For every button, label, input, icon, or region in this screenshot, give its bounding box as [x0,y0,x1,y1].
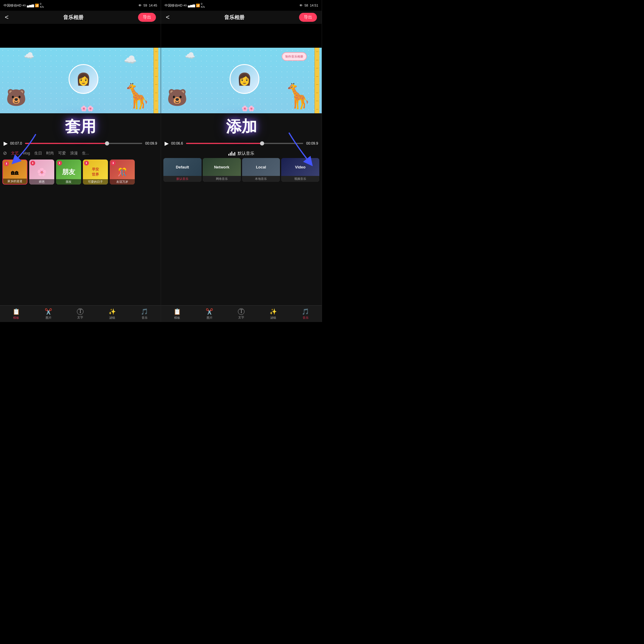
left-time-total: 00:09.9 [145,141,157,145]
flowers: 🌸🌸 [81,105,94,112]
left-nav-photo[interactable]: ✂️ 图片 [45,308,52,320]
right-nav-filter[interactable]: ✨ 滤镜 [270,308,277,320]
battery-left: 59 [143,4,147,7]
category-romantic[interactable]: 浪漫 [70,151,78,156]
left-status-bar: 中国移动HD 4G ▄▅▆ 📶 0K/s 👁 59 14:45 [0,0,161,11]
left-photo-label: 图片 [46,316,52,320]
right-status-right: 👁 58 14:51 [299,4,318,7]
cloud-left: ☁️ [24,51,34,61]
card-hometown-dl: ⬇ [4,161,9,166]
card-hometown-label: 家乡的道道 [3,179,27,184]
left-title: 音乐相册 [63,14,83,21]
left-status-right: 👁 59 14:45 [138,4,157,7]
right-back-button[interactable]: < [166,13,170,21]
left-text-icon: T [77,308,83,315]
right-title: 音乐相册 [224,14,244,21]
card-friends[interactable]: 朋友 ⬇ 朋友 [56,160,81,185]
right-header: < 音乐相册 导出 [161,11,322,24]
right-panel: 中国移动HD 4G ▄▅▆ 📶 0K/s 👁 58 14:51 < 音乐相册 导… [161,0,322,322]
cloud-right: ☁️ [124,54,137,66]
music-video-sublabel: 视频音乐 [281,176,319,182]
right-nav-template[interactable]: 📋 模板 [174,308,181,320]
giraffe-emoji: 🦒 [122,82,152,110]
card-lovely-days[interactable]: 早安世界 ⬇ 可爱的日子 [83,160,108,185]
right-signal-4g: 4G [183,4,187,7]
left-arrow [9,131,45,167]
right-photo-icon: ✂️ [206,308,213,315]
right-status-bar: 中国移动HD 4G ▄▅▆ 📶 0K/s 👁 58 14:51 [161,0,322,11]
right-template-label: 模板 [174,316,180,320]
left-panel: 中国移动HD 4G ▄▅▆ 📶 0K/s 👁 59 14:45 < 音乐相册 导… [0,0,161,322]
music-default-bg: Default [163,158,202,176]
card-friends-dl: ⬇ [57,161,62,165]
right-girl-emoji: 👩 [237,72,252,86]
left-preview-scene: ☁️ ☁️ 🐻 👩 🦒 🌸🌸 [0,48,161,113]
card-lovely-days-label: 可爱的日子 [83,179,108,185]
right-ruler [315,48,319,113]
ruler [154,48,158,113]
right-time: 14:51 [310,4,318,7]
right-flowers: 🌸🌸 [241,105,255,112]
right-cloud-left: ☁️ [185,51,195,61]
bear-emoji: 🐻 [6,88,27,107]
right-progress-thumb[interactable] [260,141,264,145]
category-cute[interactable]: 可爱 [58,151,66,156]
category-fashion[interactable]: 时尚 [46,151,54,156]
right-music-icon: 🎵 [302,308,309,315]
left-filter-label: 滤镜 [109,316,115,320]
category-no-icon[interactable]: ⊘ [3,150,7,156]
left-back-button[interactable]: < [5,13,9,21]
right-speed-text: 0K/s [201,2,205,8]
right-filter-label: 滤镜 [270,316,276,320]
right-preview-scene: ☁️ 制作音乐相册 🐻 👩 🦒 🌸🌸 [161,48,322,113]
time-left-panel: 14:45 [149,4,157,7]
right-signal-bars: ▄▅▆ [188,4,195,7]
card-lovely-days-dl: ⬇ [84,161,89,165]
card-friendship[interactable]: 🎊 ⬇ 友谊万岁 [110,160,135,185]
right-text-label: 文字 [238,315,244,320]
right-nav-photo[interactable]: ✂️ 图片 [206,308,213,320]
left-preview-black [0,24,161,48]
music-option-network[interactable]: Network 网络音乐 [203,158,241,182]
right-nav-music[interactable]: 🎵 音乐 [302,308,309,320]
card-friendship-dl: ⬇ [111,161,116,165]
right-play-button[interactable]: ▶ [165,140,169,147]
right-preview-black [161,24,322,48]
right-time-current: 00:06.6 [171,141,184,145]
eye-icon: 👁 [138,4,142,7]
left-bottom-nav: 📋 模板 ✂️ 图片 T 文字 ✨ 滤镜 🎵 音乐 [0,305,161,322]
music-option-local[interactable]: Local 本地音乐 [242,158,280,182]
music-network-label: Network [214,165,229,169]
music-local-bg: Local [242,158,280,176]
music-header-text: 默认音乐 [238,151,254,156]
music-local-label: Local [256,165,266,169]
left-carrier: 中国移动HD 4G ▄▅▆ 📶 0K/s [4,2,44,8]
right-export-button[interactable]: 导出 [299,13,317,22]
card-friendship-label: 友谊万岁 [110,179,135,185]
music-local-sublabel: 本地音乐 [242,176,280,182]
right-photo-label: 图片 [207,316,213,320]
card-teacher-label: 师恩 [29,179,54,185]
carrier-text: 中国移动HD [4,3,21,8]
left-progress-thumb[interactable] [105,141,109,145]
left-filter-icon: ✨ [109,308,116,315]
right-bear-emoji: 🐻 [167,88,188,107]
left-nav-music[interactable]: 🎵 音乐 [141,308,148,320]
category-more[interactable]: 生... [82,151,89,156]
music-option-default[interactable]: Default 默认音乐 [163,158,202,182]
thought-bubble: 制作音乐相册 [282,52,307,61]
right-controls-area: 添加 ▶ 00:06.6 00:09.9 [161,113,322,305]
right-wifi-icon: 📶 [196,4,200,7]
right-template-icon: 📋 [174,308,181,315]
signal-bars: ▄▅▆ [27,4,34,7]
left-export-button[interactable]: 导出 [138,13,156,22]
signal-4g: 4G [22,4,26,7]
right-nav-text[interactable]: T 文字 [238,308,244,320]
music-network-bg: Network [203,158,241,176]
left-play-button[interactable]: ▶ [4,140,8,147]
left-nav-text[interactable]: T 文字 [77,308,83,320]
left-nav-filter[interactable]: ✨ 滤镜 [109,308,116,320]
left-template-label: 模板 [13,316,19,320]
left-nav-template[interactable]: 📋 模板 [13,308,20,320]
right-overlay-text: 添加 [226,116,257,137]
